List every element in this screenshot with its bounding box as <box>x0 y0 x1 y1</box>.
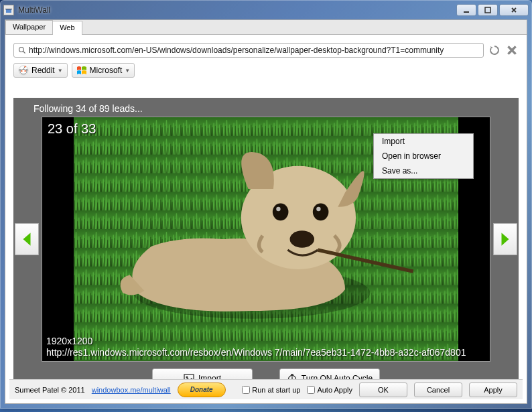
svg-point-12 <box>25 66 26 68</box>
run-startup-checkbox[interactable]: Run at start up <box>242 386 300 394</box>
tab-strip: Wallpaper Web <box>5 20 527 35</box>
image-stage: 23 of 33 1920x1200 http://res1.windows.m… <box>13 117 519 362</box>
following-status: Following 34 of 89 leads... <box>13 98 519 117</box>
window-title: MultiWall <box>18 5 456 15</box>
svg-line-5 <box>23 52 25 54</box>
run-startup-label: Run at start up <box>252 386 300 394</box>
windows-icon <box>76 65 87 76</box>
svg-point-17 <box>273 203 289 220</box>
source-row: Reddit ▼ Microsoft ▼ <box>5 62 527 82</box>
svg-point-11 <box>26 69 27 70</box>
auto-apply-label: Auto Apply <box>317 386 352 394</box>
minimize-button[interactable] <box>456 4 476 16</box>
url-input[interactable] <box>29 46 479 55</box>
run-startup-input[interactable] <box>242 386 250 394</box>
website-link[interactable]: windowbox.me/multiwall <box>92 386 171 394</box>
svg-point-4 <box>19 48 24 52</box>
svg-rect-3 <box>485 7 490 13</box>
arrow-right-icon <box>499 232 511 247</box>
chevron-down-icon: ▼ <box>125 68 130 74</box>
copyright-text: Sumeet Patel © 2011 <box>15 386 85 394</box>
ctx-open-browser[interactable]: Open in browser <box>374 149 473 163</box>
close-icon <box>506 44 518 56</box>
image-frame[interactable]: 23 of 33 1920x1200 http://res1.windows.m… <box>42 117 490 362</box>
svg-point-19 <box>313 203 329 220</box>
ctx-import[interactable]: Import <box>374 134 473 149</box>
svg-point-20 <box>316 207 320 211</box>
cancel-button[interactable]: Cancel <box>414 383 462 397</box>
ok-button[interactable]: OK <box>359 383 407 397</box>
auto-apply-checkbox[interactable]: Auto Apply <box>307 386 352 394</box>
source-reddit-label: Reddit <box>31 66 55 75</box>
close-button[interactable] <box>499 4 529 16</box>
web-panel: Reddit ▼ Microsoft ▼ Following 34 of 89 … <box>5 35 527 403</box>
tab-web[interactable]: Web <box>52 21 82 35</box>
app-icon <box>3 5 14 15</box>
svg-point-21 <box>289 230 314 248</box>
url-row <box>5 35 527 62</box>
window-controls <box>456 4 529 16</box>
refresh-icon <box>489 45 500 56</box>
chevron-down-icon: ▼ <box>58 68 63 74</box>
svg-point-9 <box>25 70 26 72</box>
viewer-panel: Following 34 of 89 leads... <box>13 98 519 395</box>
svg-point-18 <box>276 207 280 211</box>
maximize-button[interactable] <box>478 4 498 16</box>
next-button[interactable] <box>493 223 517 255</box>
search-icon <box>18 46 26 54</box>
svg-rect-1 <box>5 9 12 9</box>
context-menu: Import Open in browser Save as... <box>373 133 474 179</box>
svg-rect-0 <box>6 9 11 13</box>
url-box[interactable] <box>13 43 484 58</box>
titlebar[interactable]: MultiWall <box>1 1 531 19</box>
arrow-left-icon <box>21 232 33 247</box>
source-reddit-button[interactable]: Reddit ▼ <box>13 63 68 78</box>
reddit-icon <box>18 65 29 76</box>
image-counter: 23 of 33 <box>48 121 96 137</box>
source-microsoft-button[interactable]: Microsoft ▼ <box>72 63 135 78</box>
image-info: 1920x1200 http://res1.windows.microsoft.… <box>46 336 486 358</box>
svg-point-8 <box>21 70 23 72</box>
tab-wallpaper[interactable]: Wallpaper <box>5 20 53 34</box>
apply-button[interactable]: Apply <box>469 383 517 397</box>
svg-rect-2 <box>464 11 469 13</box>
clear-button[interactable] <box>505 44 519 57</box>
footer: Sumeet Patel © 2011 windowbox.me/multiwa… <box>9 379 523 399</box>
auto-apply-input[interactable] <box>307 386 315 394</box>
prev-button[interactable] <box>15 223 39 255</box>
image-resolution: 1920x1200 <box>46 336 486 347</box>
svg-point-10 <box>19 69 21 70</box>
image-source-url: http://res1.windows.microsoft.com/resbox… <box>46 347 486 358</box>
content-area: Wallpaper Web Reddit ▼ <box>5 19 527 404</box>
refresh-button[interactable] <box>488 44 501 57</box>
ctx-save-as[interactable]: Save as... <box>374 163 473 178</box>
app-window: MultiWall Wallpaper Web <box>0 0 532 409</box>
source-microsoft-label: Microsoft <box>90 66 123 75</box>
donate-button[interactable]: Donate <box>178 383 226 397</box>
